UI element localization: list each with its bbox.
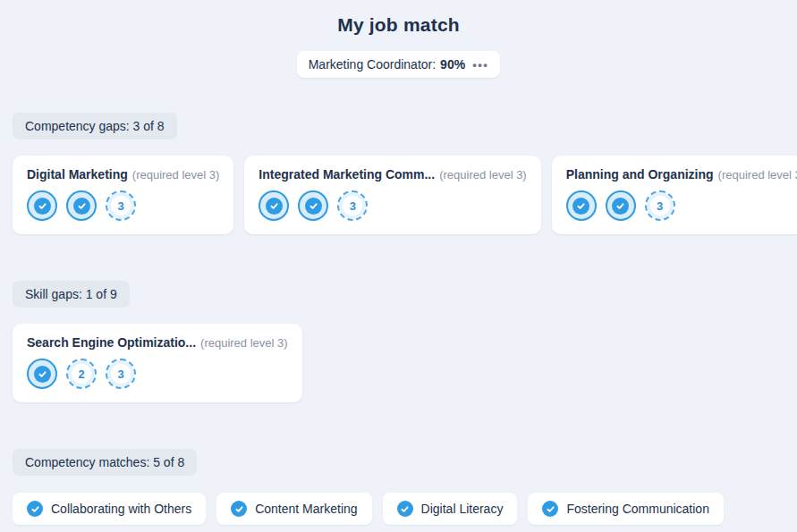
ellipsis-menu-icon[interactable]: ••• [472, 59, 488, 71]
check-circle-icon [231, 501, 247, 517]
achieved-level-check-circle-icon [259, 190, 289, 221]
match-label: Content Marketing [255, 502, 357, 516]
gap-card[interactable]: Search Engine Optimizatio...(required le… [13, 324, 302, 402]
match-label: Digital Literacy [421, 502, 504, 516]
required-level-label: (required level 3) [718, 168, 797, 182]
gap-card[interactable]: Planning and Organizing(required level 3… [552, 156, 797, 234]
level-indicators: 23 [27, 359, 288, 389]
gap-card[interactable]: Digital Marketing(required level 3)3 [13, 156, 233, 234]
achieved-level-check-circle-icon [566, 190, 597, 221]
card-title-row: Planning and Organizing(required level 3… [566, 167, 797, 182]
section-skill-gaps: Skill gaps: 1 of 9Search Engine Optimiza… [13, 281, 784, 402]
level-indicators: 3 [27, 190, 219, 221]
achieved-level-check-circle-icon [66, 190, 97, 221]
gap-level-dashed-circle-icon: 3 [106, 359, 136, 389]
check-icon [73, 198, 90, 215]
match-pill-row: Collaborating with OthersContent Marketi… [13, 493, 784, 525]
check-circle-icon [397, 501, 413, 517]
check-icon [34, 198, 51, 215]
card-title: Planning and Organizing [566, 167, 714, 182]
match-label: Collaborating with Others [51, 502, 191, 516]
required-level-label: (required level 3) [132, 168, 220, 182]
section-competency-gaps: Competency gaps: 3 of 8Digital Marketing… [13, 113, 784, 234]
check-icon [572, 198, 589, 215]
job-match-page: My job match Marketing Coordinator: 90% … [0, 0, 797, 525]
check-circle-icon [542, 501, 558, 517]
card-row: Digital Marketing(required level 3)3Inte… [13, 156, 784, 234]
match-pill[interactable]: Fostering Communication [528, 493, 724, 525]
achieved-level-check-circle-icon [27, 190, 57, 221]
job-match-pill[interactable]: Marketing Coordinator: 90% ••• [297, 51, 501, 78]
check-icon [305, 198, 322, 215]
level-indicators: 3 [566, 190, 797, 221]
page-title: My job match [13, 0, 784, 36]
section-label-competency-gaps: Competency gaps: 3 of 8 [13, 113, 177, 139]
section-label-skill-gaps: Skill gaps: 1 of 9 [13, 281, 130, 308]
check-icon [612, 198, 629, 215]
match-pill[interactable]: Collaborating with Others [13, 493, 206, 525]
check-circle-icon [27, 501, 43, 517]
section-label-competency-matches: Competency matches: 5 of 8 [13, 449, 197, 476]
job-name-label: Marketing Coordinator: [309, 57, 436, 72]
gap-card[interactable]: Integrated Marketing Comm...(required le… [244, 156, 540, 234]
gap-level-dashed-circle-icon: 3 [645, 190, 675, 221]
required-level-label: (required level 3) [200, 336, 288, 350]
gap-level-dashed-circle-icon: 2 [66, 359, 97, 389]
sections-container: Competency gaps: 3 of 8Digital Marketing… [13, 113, 784, 525]
card-title: Integrated Marketing Comm... [259, 167, 435, 182]
required-level-label: (required level 3) [439, 168, 527, 182]
card-title-row: Digital Marketing(required level 3) [27, 167, 219, 182]
match-pill[interactable]: Digital Literacy [383, 493, 518, 525]
section-competency-matches: Competency matches: 5 of 8Collaborating … [13, 449, 784, 525]
level-indicators: 3 [259, 190, 526, 221]
card-title: Search Engine Optimizatio... [27, 335, 196, 350]
gap-level-dashed-circle-icon: 3 [106, 190, 136, 221]
card-row: Search Engine Optimizatio...(required le… [13, 324, 784, 402]
achieved-level-check-circle-icon [606, 190, 636, 221]
card-title-row: Search Engine Optimizatio...(required le… [27, 335, 288, 350]
match-label: Fostering Communication [566, 502, 709, 516]
check-icon [34, 366, 51, 383]
card-title-row: Integrated Marketing Comm...(required le… [259, 167, 526, 182]
gap-level-dashed-circle-icon: 3 [337, 190, 368, 221]
achieved-level-check-circle-icon [298, 190, 328, 221]
job-match-percent: 90% [440, 57, 465, 72]
card-title: Digital Marketing [27, 167, 128, 182]
check-icon [266, 198, 283, 215]
match-pill[interactable]: Content Marketing [216, 493, 371, 525]
achieved-level-check-circle-icon [27, 359, 57, 389]
